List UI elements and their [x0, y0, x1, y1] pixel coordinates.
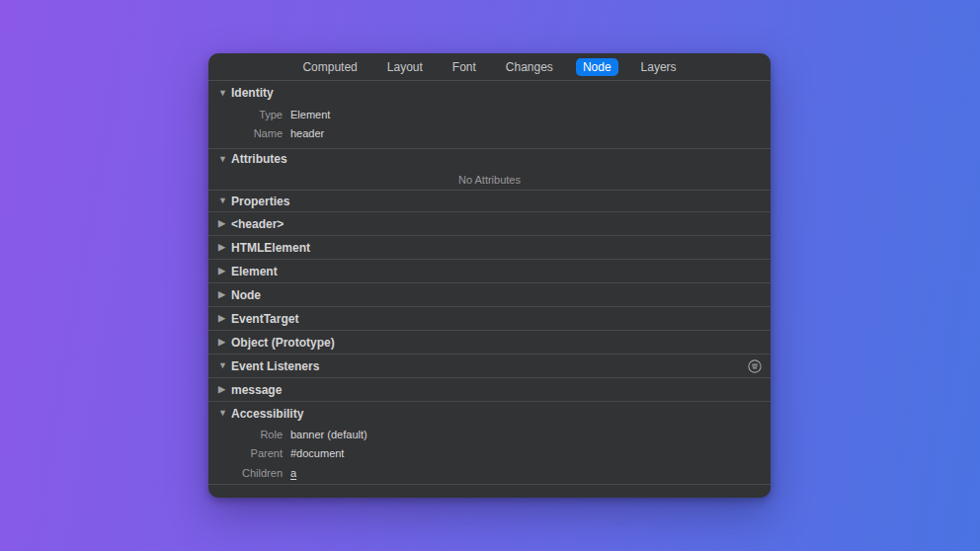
property-group-label: Node	[231, 288, 261, 302]
identity-name-row: Name header	[208, 123, 771, 148]
field-label: Parent	[208, 447, 283, 459]
disclosure-triangle-icon[interactable]	[218, 154, 231, 163]
panel-bottom-strip	[208, 484, 771, 498]
field-value: banner (default)	[290, 429, 368, 440]
details-tab-bar: Computed Layout Font Changes Node Layers	[208, 53, 771, 81]
accessibility-children-row: Children a	[208, 462, 771, 484]
tab-font[interactable]: Font	[446, 58, 483, 76]
disclosure-triangle-icon[interactable]	[218, 267, 231, 276]
accessibility-parent-row: Parent #document	[208, 443, 771, 462]
disclosure-triangle-icon[interactable]	[218, 314, 231, 323]
disclosure-triangle-icon[interactable]	[218, 361, 231, 370]
identity-type-row: Type Element	[208, 105, 771, 123]
section-header-event-listeners[interactable]: Event Listeners	[208, 354, 771, 377]
field-value: Element	[290, 109, 330, 120]
field-label: Children	[208, 467, 283, 479]
disclosure-triangle-icon[interactable]	[218, 290, 231, 299]
tab-layers[interactable]: Layers	[634, 58, 684, 76]
disclosure-triangle-icon[interactable]	[218, 88, 231, 97]
property-group-header-node[interactable]: Node	[208, 282, 771, 306]
disclosure-triangle-icon[interactable]	[218, 409, 231, 418]
section-title: Identity	[231, 86, 274, 100]
field-label: Name	[208, 127, 283, 139]
property-group-label: HTMLElement	[231, 241, 310, 255]
disclosure-triangle-icon[interactable]	[218, 338, 231, 347]
accessibility-role-row: Role banner (default)	[208, 425, 771, 443]
property-group-header-element-tag[interactable]: <header>	[208, 211, 771, 235]
section-header-properties[interactable]: Properties	[208, 190, 771, 211]
property-group-label: Element	[231, 265, 278, 278]
section-header-accessibility[interactable]: Accessibility	[208, 401, 771, 425]
section-title: Event Listeners	[231, 359, 319, 373]
property-group-label: EventTarget	[231, 312, 298, 326]
property-group-label: Object (Prototype)	[231, 336, 335, 350]
disclosure-triangle-icon[interactable]	[218, 243, 231, 252]
property-group-header-htmlelement[interactable]: HTMLElement	[208, 235, 771, 259]
field-label: Role	[208, 429, 283, 440]
property-group-header-eventtarget[interactable]: EventTarget	[208, 306, 771, 330]
section-header-identity[interactable]: Identity	[208, 81, 771, 105]
web-inspector-details-panel: Computed Layout Font Changes Node Layers…	[208, 53, 771, 498]
event-listener-label: message	[231, 383, 282, 397]
section-header-attributes[interactable]: Attributes	[208, 148, 771, 169]
property-group-header-object-prototype[interactable]: Object (Prototype)	[208, 330, 771, 354]
property-group-label: <header>	[231, 217, 284, 231]
tab-computed[interactable]: Computed	[295, 58, 364, 76]
filter-circle-icon[interactable]	[747, 358, 763, 374]
field-value: header	[290, 127, 324, 139]
disclosure-triangle-icon[interactable]	[218, 385, 231, 394]
disclosure-triangle-icon[interactable]	[218, 219, 231, 228]
section-title: Properties	[231, 195, 289, 208]
tab-node[interactable]: Node	[576, 58, 618, 76]
section-title: Attributes	[231, 152, 287, 166]
tab-changes[interactable]: Changes	[499, 58, 560, 76]
tab-layout[interactable]: Layout	[380, 58, 430, 76]
field-label: Type	[208, 109, 283, 120]
property-group-header-element[interactable]: Element	[208, 259, 771, 282]
section-title: Accessibility	[231, 407, 303, 421]
field-value: #document	[290, 447, 344, 459]
children-node-link[interactable]: a	[290, 467, 296, 479]
disclosure-triangle-icon[interactable]	[218, 197, 231, 205]
event-listener-group-message[interactable]: message	[208, 377, 771, 401]
no-attributes-message: No Attributes	[208, 169, 771, 190]
